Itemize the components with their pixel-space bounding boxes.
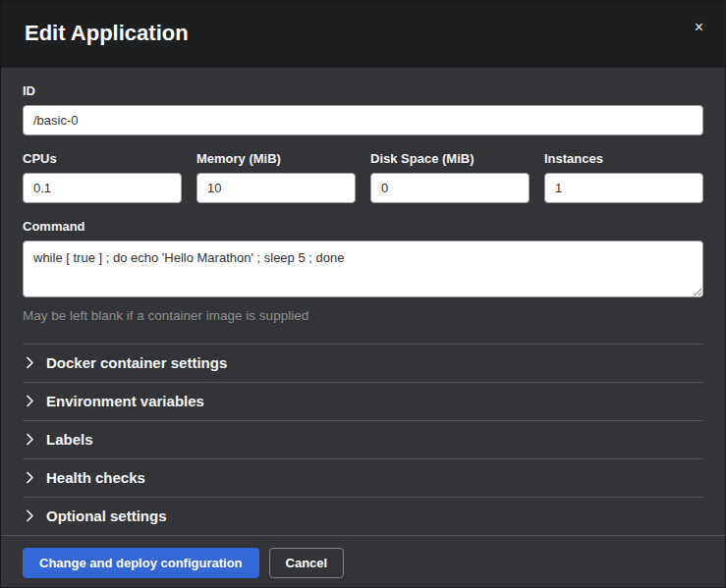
section-label: Environment variables <box>46 393 204 409</box>
change-and-deploy-button[interactable]: Change and deploy configuration <box>23 548 259 578</box>
command-textarea[interactable]: while [ true ] ; do echo 'Hello Marathon… <box>23 241 703 297</box>
section-optional-settings[interactable]: Optional settings <box>23 497 703 535</box>
close-icon[interactable]: × <box>687 16 711 39</box>
cpus-input[interactable] <box>23 173 182 203</box>
instances-input[interactable] <box>544 173 703 203</box>
disk-field-group: Disk Space (MiB) <box>370 151 530 203</box>
disk-label: Disk Space (MiB) <box>370 151 530 166</box>
id-field-group: ID <box>23 83 703 135</box>
section-label: Optional settings <box>46 508 167 524</box>
cpus-label: CPUs <box>23 151 182 166</box>
id-input[interactable] <box>23 105 703 135</box>
section-label: Labels <box>46 431 93 448</box>
instances-field-group: Instances <box>544 151 703 203</box>
edit-application-modal: Edit Application × ID CPUs Memory (MiB) … <box>0 0 726 588</box>
disk-input[interactable] <box>370 173 530 203</box>
section-label: Health checks <box>46 469 145 486</box>
section-labels[interactable]: Labels <box>23 420 703 458</box>
section-docker-container-settings[interactable]: Docker container settings <box>23 344 703 382</box>
cpus-field-group: CPUs <box>23 151 182 203</box>
memory-input[interactable] <box>196 173 356 203</box>
id-label: ID <box>23 83 703 98</box>
memory-label: Memory (MiB) <box>196 151 356 166</box>
chevron-right-icon <box>25 471 34 484</box>
instances-label: Instances <box>544 151 703 166</box>
collapsible-sections: Docker container settings Environment va… <box>23 344 703 535</box>
chevron-right-icon <box>25 356 34 369</box>
section-environment-variables[interactable]: Environment variables <box>23 382 703 420</box>
chevron-right-icon <box>25 395 34 407</box>
resources-row: CPUs Memory (MiB) Disk Space (MiB) Insta… <box>23 151 703 203</box>
modal-body: ID CPUs Memory (MiB) Disk Space (MiB) In… <box>1 68 725 535</box>
command-field-group: Command while [ true ] ; do echo 'Hello … <box>23 219 703 323</box>
modal-header: Edit Application × <box>1 1 725 68</box>
modal-footer: Change and deploy configuration Cancel <box>1 535 725 588</box>
command-label: Command <box>23 219 703 234</box>
chevron-right-icon <box>25 433 34 446</box>
section-label: Docker container settings <box>46 354 227 371</box>
section-health-checks[interactable]: Health checks <box>23 458 703 497</box>
command-help-text: May be left blank if a container image i… <box>23 308 703 323</box>
cancel-button[interactable]: Cancel <box>269 548 345 578</box>
modal-title: Edit Application <box>25 21 701 46</box>
memory-field-group: Memory (MiB) <box>196 151 356 203</box>
chevron-right-icon <box>25 509 34 522</box>
